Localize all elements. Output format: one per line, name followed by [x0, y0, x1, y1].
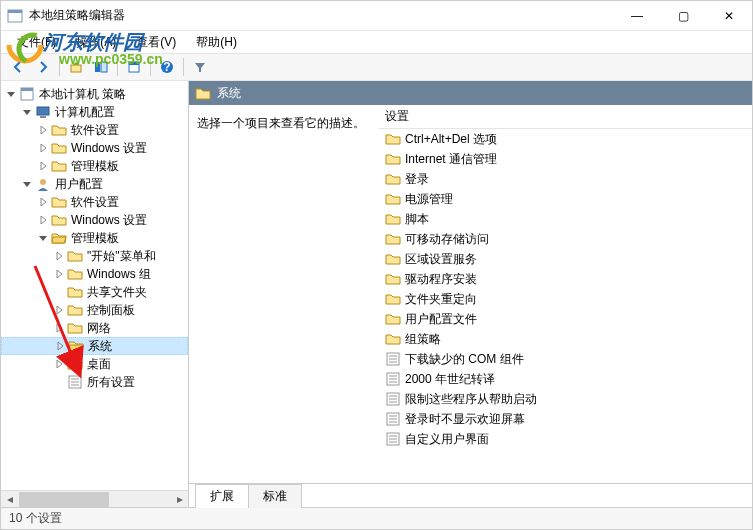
list-item[interactable]: 限制这些程序从帮助启动: [379, 389, 752, 409]
twisty-icon[interactable]: [37, 214, 49, 226]
list-item[interactable]: 文件夹重定向: [379, 289, 752, 309]
svg-text:?: ?: [163, 60, 170, 74]
tree-all-settings[interactable]: 所有设置: [1, 373, 188, 391]
scroll-thumb[interactable]: [19, 492, 109, 507]
list-item[interactable]: 下载缺少的 COM 组件: [379, 349, 752, 369]
maximize-button[interactable]: ▢: [660, 1, 706, 31]
folder-icon: [51, 212, 67, 228]
twisty-icon[interactable]: [54, 340, 66, 352]
forward-button[interactable]: [32, 56, 54, 78]
twisty-icon[interactable]: [53, 376, 65, 388]
computer-icon: [35, 104, 51, 120]
menu-file[interactable]: 文件(F): [9, 32, 64, 53]
twisty-icon[interactable]: [53, 304, 65, 316]
setting-icon: [385, 431, 401, 447]
list-item[interactable]: Ctrl+Alt+Del 选项: [379, 129, 752, 149]
folder-icon: [385, 271, 401, 287]
twisty-icon[interactable]: [37, 124, 49, 136]
tree-admin-templates[interactable]: 管理模板: [1, 157, 188, 175]
twisty-icon[interactable]: [53, 358, 65, 370]
menu-action[interactable]: 操作(A): [68, 32, 124, 53]
twisty-icon[interactable]: [37, 160, 49, 172]
list-item[interactable]: 自定义用户界面: [379, 429, 752, 449]
tree-control-panel[interactable]: 控制面板: [1, 301, 188, 319]
folder-icon: [67, 266, 83, 282]
twisty-icon[interactable]: [37, 232, 49, 244]
right-header: 系统: [189, 81, 752, 105]
tree-user-config[interactable]: 用户配置: [1, 175, 188, 193]
tree-item-label: 软件设置: [71, 194, 119, 211]
tab-extended[interactable]: 扩展: [195, 484, 249, 508]
properties-button[interactable]: [123, 56, 145, 78]
tree-network[interactable]: 网络: [1, 319, 188, 337]
tree-item-label: "开始"菜单和: [87, 248, 156, 265]
twisty-icon[interactable]: [5, 88, 17, 100]
list-item[interactable]: 组策略: [379, 329, 752, 349]
list-item-label: 限制这些程序从帮助启动: [405, 391, 537, 408]
list-item-label: 电源管理: [405, 191, 453, 208]
menu-view[interactable]: 查看(V): [128, 32, 184, 53]
twisty-icon[interactable]: [37, 196, 49, 208]
tree-start-menu[interactable]: "开始"菜单和: [1, 247, 188, 265]
twisty-icon[interactable]: [21, 178, 33, 190]
tree-item-label: 计算机配置: [55, 104, 115, 121]
list-item[interactable]: 2000 年世纪转译: [379, 369, 752, 389]
twisty-icon[interactable]: [37, 142, 49, 154]
list-item-label: Internet 通信管理: [405, 151, 497, 168]
twisty-icon[interactable]: [21, 106, 33, 118]
svg-rect-14: [40, 116, 46, 118]
close-button[interactable]: ✕: [706, 1, 752, 31]
twisty-icon[interactable]: [53, 250, 65, 262]
list-item[interactable]: 可移动存储访问: [379, 229, 752, 249]
tree-user-windows[interactable]: Windows 设置: [1, 211, 188, 229]
tab-standard[interactable]: 标准: [248, 484, 302, 508]
list-item[interactable]: 电源管理: [379, 189, 752, 209]
tree-computer-config[interactable]: 计算机配置: [1, 103, 188, 121]
minimize-button[interactable]: —: [614, 1, 660, 31]
svg-rect-13: [37, 107, 49, 115]
list-item[interactable]: 驱动程序安装: [379, 269, 752, 289]
show-hide-tree-button[interactable]: [90, 56, 112, 78]
tree-software-settings[interactable]: 软件设置: [1, 121, 188, 139]
twisty-icon[interactable]: [53, 322, 65, 334]
scroll-left-icon[interactable]: ◂: [1, 491, 18, 508]
list-item[interactable]: 用户配置文件: [379, 309, 752, 329]
twisty-icon[interactable]: [53, 286, 65, 298]
menubar: 文件(F) 操作(A) 查看(V) 帮助(H): [1, 31, 752, 53]
list-header-settings[interactable]: 设置: [379, 105, 752, 129]
folder-icon: [51, 122, 67, 138]
list-item[interactable]: Internet 通信管理: [379, 149, 752, 169]
list-item[interactable]: 登录时不显示欢迎屏幕: [379, 409, 752, 429]
tree-root[interactable]: 本地计算机 策略: [1, 85, 188, 103]
tree-system[interactable]: 系统: [1, 337, 188, 355]
tree-user-admin-templates[interactable]: 管理模板: [1, 229, 188, 247]
list-item[interactable]: 登录: [379, 169, 752, 189]
description-text: 选择一个项目来查看它的描述。: [197, 115, 371, 132]
list-item[interactable]: 脚本: [379, 209, 752, 229]
tree-user-software[interactable]: 软件设置: [1, 193, 188, 211]
horizontal-scrollbar[interactable]: ◂ ▸: [1, 490, 188, 507]
list-item[interactable]: 区域设置服务: [379, 249, 752, 269]
tree-desktop[interactable]: 桌面: [1, 355, 188, 373]
folder-icon: [385, 231, 401, 247]
list-item-label: Ctrl+Alt+Del 选项: [405, 131, 497, 148]
tree-item-label: Windows 设置: [71, 140, 147, 157]
help-button[interactable]: ?: [156, 56, 178, 78]
up-button[interactable]: [65, 56, 87, 78]
folder-icon: [19, 86, 35, 102]
folder-icon: [51, 158, 67, 174]
twisty-icon[interactable]: [53, 268, 65, 280]
back-button[interactable]: [7, 56, 29, 78]
filter-button[interactable]: [189, 56, 211, 78]
list-item-label: 文件夹重定向: [405, 291, 477, 308]
folder-icon: [51, 230, 67, 246]
tree-shared-folders[interactable]: 共享文件夹: [1, 283, 188, 301]
right-pane: 系统 选择一个项目来查看它的描述。 设置 Ctrl+Alt+Del 选项Inte…: [189, 81, 752, 507]
scroll-right-icon[interactable]: ▸: [171, 491, 188, 508]
list-item-label: 区域设置服务: [405, 251, 477, 268]
folder-icon: [195, 85, 211, 101]
tree-windows-settings[interactable]: Windows 设置: [1, 139, 188, 157]
menu-help[interactable]: 帮助(H): [188, 32, 245, 53]
tree-windows-components[interactable]: Windows 组: [1, 265, 188, 283]
separator: [117, 58, 118, 76]
